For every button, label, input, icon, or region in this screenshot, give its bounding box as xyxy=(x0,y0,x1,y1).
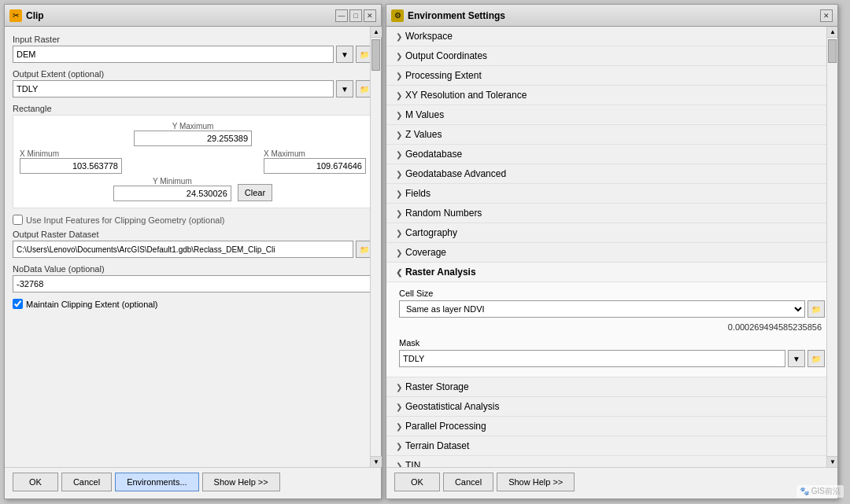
input-raster-dropdown[interactable]: ▼ xyxy=(336,46,353,63)
processing-extent-label: Processing Extent xyxy=(405,70,482,81)
env-item-processing-extent[interactable]: ❯ Processing Extent xyxy=(386,66,837,86)
env-close-button[interactable]: ✕ xyxy=(820,9,833,22)
y-min-label: Y Minimum xyxy=(113,177,231,186)
env-item-workspace[interactable]: ❯ Workspace xyxy=(386,27,837,46)
env-show-help-button[interactable]: Show Help >> xyxy=(497,473,575,491)
cell-size-browse[interactable]: 📁 xyxy=(808,300,825,318)
input-raster-field[interactable] xyxy=(13,46,334,63)
env-item-xy-resolution[interactable]: ❯ XY Resolution and Tolerance xyxy=(386,86,837,105)
output-extent-dropdown[interactable]: ▼ xyxy=(336,80,353,97)
maintain-extent-checkbox[interactable] xyxy=(13,299,23,309)
env-item-coverage[interactable]: ❯ Coverage xyxy=(386,243,837,263)
env-item-fields[interactable]: ❯ Fields xyxy=(386,184,837,204)
env-scroll-thumb[interactable] xyxy=(828,39,837,63)
env-item-raster-storage[interactable]: ❯ Raster Storage xyxy=(386,377,837,397)
x-min-input[interactable] xyxy=(20,158,122,174)
clip-title: Clip xyxy=(26,10,335,21)
env-item-tin[interactable]: ❯ TIN xyxy=(386,456,837,467)
env-item-parallel[interactable]: ❯ Parallel Processing xyxy=(386,417,837,436)
clip-minimize-button[interactable]: — xyxy=(335,9,348,22)
cartography-arrow: ❯ xyxy=(396,229,402,237)
clip-scrollbar[interactable]: ▲ ▼ xyxy=(370,27,381,467)
env-ok-button[interactable]: OK xyxy=(394,473,440,491)
z-values-label: Z Values xyxy=(405,129,442,140)
workspace-arrow: ❯ xyxy=(396,32,402,41)
mask-dropdown[interactable]: ▼ xyxy=(788,350,805,367)
output-raster-field[interactable] xyxy=(13,241,353,258)
geodatabase-arrow: ❯ xyxy=(396,150,402,159)
output-extent-group: Output Extent (optional) ▼ 📁 xyxy=(13,69,373,97)
env-item-random-numbers[interactable]: ❯ Random Numbers xyxy=(386,204,837,223)
y-max-cell: Y Maximum xyxy=(134,122,252,146)
mask-browse[interactable]: 📁 xyxy=(808,350,825,367)
clip-scroll-up[interactable]: ▲ xyxy=(371,27,382,38)
watermark-icon: 🐾 xyxy=(800,487,809,495)
output-extent-label: Output Extent (optional) xyxy=(13,69,373,79)
output-extent-field[interactable] xyxy=(13,80,334,97)
env-scroll-up[interactable]: ▲ xyxy=(827,27,837,38)
env-item-geodatabase-advanced[interactable]: ❯ Geodatabase Advanced xyxy=(386,164,837,184)
clip-cancel-button[interactable]: Cancel xyxy=(61,473,112,491)
output-coords-label: Output Coordinates xyxy=(405,50,487,61)
clip-window: ✂ Clip — □ ✕ Input Raster ▼ 📁 Output Ext… xyxy=(4,4,382,499)
y-min-input[interactable] xyxy=(113,186,231,201)
output-extent-row: ▼ 📁 xyxy=(13,80,373,97)
x-min-cell: X Minimum xyxy=(20,149,122,174)
y-max-label: Y Maximum xyxy=(134,122,252,131)
clip-show-help-button[interactable]: Show Help >> xyxy=(202,473,280,491)
m-values-arrow: ❯ xyxy=(396,111,402,120)
parallel-arrow: ❯ xyxy=(396,422,402,431)
env-item-output-coords[interactable]: ❯ Output Coordinates xyxy=(386,46,837,66)
use-input-features-row: Use Input Features for Clipping Geometry… xyxy=(13,215,373,225)
env-item-terrain[interactable]: ❯ Terrain Dataset xyxy=(386,436,837,456)
nodata-group: NoData Value (optional) xyxy=(13,264,373,292)
mask-field[interactable] xyxy=(399,350,785,367)
clear-button[interactable]: Clear xyxy=(238,184,272,201)
cell-size-number: 0.000269494585235856 xyxy=(399,321,825,333)
random-numbers-label: Random Numbers xyxy=(405,208,482,219)
input-raster-row: ▼ 📁 xyxy=(13,46,373,63)
env-item-m-values[interactable]: ❯ M Values xyxy=(386,105,837,125)
env-titlebar: ⚙ Environment Settings ✕ xyxy=(386,5,837,27)
x-max-label: X Maximum xyxy=(264,149,366,158)
mask-row: ▼ 📁 xyxy=(399,350,825,367)
processing-extent-arrow: ❯ xyxy=(396,72,402,80)
workspace-label: Workspace xyxy=(405,31,453,42)
xy-resolution-arrow: ❯ xyxy=(396,91,402,100)
raster-storage-label: Raster Storage xyxy=(405,381,469,392)
output-raster-group: Output Raster Dataset 📁 xyxy=(13,230,373,258)
env-scrollbar[interactable]: ▲ ▼ xyxy=(826,27,837,467)
env-icon: ⚙ xyxy=(391,9,404,22)
tin-arrow: ❯ xyxy=(396,462,402,468)
coverage-arrow: ❯ xyxy=(396,248,402,257)
env-scroll-down[interactable]: ▼ xyxy=(827,456,837,467)
clip-ok-button[interactable]: OK xyxy=(13,473,58,491)
use-input-features-checkbox[interactable] xyxy=(13,215,23,225)
clip-scroll-thumb[interactable] xyxy=(371,39,380,71)
clip-close-button[interactable]: ✕ xyxy=(364,9,376,22)
y-max-input[interactable] xyxy=(134,131,252,146)
nodata-field[interactable] xyxy=(13,275,373,292)
env-item-geodatabase[interactable]: ❯ Geodatabase xyxy=(386,145,837,164)
geostatistical-label: Geostatistical Analysis xyxy=(405,401,499,412)
env-item-geostatistical[interactable]: ❯ Geostatistical Analysis xyxy=(386,397,837,417)
x-min-label: X Minimum xyxy=(20,149,122,158)
maintain-extent-row: Maintain Clipping Extent (optional) xyxy=(13,299,373,309)
env-item-raster-analysis[interactable]: ❮ Raster Analysis xyxy=(386,263,837,282)
env-item-cartography[interactable]: ❯ Cartography xyxy=(386,223,837,243)
clip-maximize-button[interactable]: □ xyxy=(349,9,362,22)
maintain-extent-label: Maintain Clipping Extent (optional) xyxy=(26,300,158,309)
tin-label: TIN xyxy=(405,460,420,467)
desktop: ✂ Clip — □ ✕ Input Raster ▼ 📁 Output Ext… xyxy=(0,0,850,504)
clip-icon: ✂ xyxy=(9,9,22,22)
x-max-input[interactable] xyxy=(264,158,366,174)
env-cancel-button[interactable]: Cancel xyxy=(443,473,493,491)
env-titlebar-buttons: ✕ xyxy=(820,9,833,22)
clip-environments-button[interactable]: Environments... xyxy=(115,473,198,491)
y-min-cell: Y Minimum xyxy=(113,177,231,201)
clip-scroll-down[interactable]: ▼ xyxy=(371,456,382,467)
env-item-z-values[interactable]: ❯ Z Values xyxy=(386,125,837,145)
cell-size-select[interactable]: Same as layer NDVI xyxy=(399,300,805,318)
input-raster-group: Input Raster ▼ 📁 xyxy=(13,35,373,63)
x-max-cell: X Maximum xyxy=(264,149,366,174)
